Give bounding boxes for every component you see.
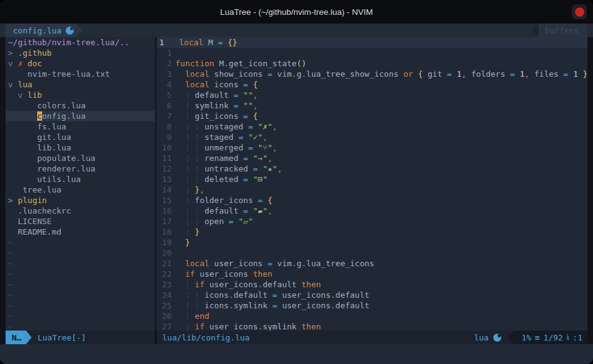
- powerline-arrow-icon: [76, 24, 82, 37]
- line-number: 12: [157, 163, 175, 174]
- line-number: 1: [157, 37, 179, 48]
- line-number: 8: [157, 121, 175, 132]
- app-window: LuaTree - (~/github/nvim-tree.lua) - NVI…: [0, 0, 593, 364]
- empty-line: ~: [6, 290, 155, 300]
- tabline: config.lua buffers: [0, 24, 593, 37]
- line-number: 21: [157, 258, 175, 269]
- line-number: 16: [157, 206, 175, 216]
- close-button[interactable]: [572, 4, 587, 19]
- tree-item-github[interactable]: > .github: [6, 48, 155, 58]
- empty-line: ~: [6, 269, 155, 279]
- line-number: 20: [157, 248, 175, 258]
- code-line[interactable]: 3 local show_icons = vim.g.lua_tree_show…: [157, 69, 587, 79]
- file-tree: ~/github/nvim-tree.lua/..> .githubv ✗ do…: [6, 37, 155, 331]
- statusline: N… LuaTree[-] lua/lib/config.lua lua 1% …: [0, 331, 593, 344]
- line-number: 24: [157, 290, 175, 300]
- code-line[interactable]: 13 ¦ ¦ deleted = "⊟": [157, 174, 587, 184]
- window-title: LuaTree - (~/github/nvim-tree.lua) - NVI…: [220, 7, 373, 17]
- powerline-arrow-icon: [26, 331, 32, 344]
- code-line[interactable]: 15 ¦ folder_icons = {: [157, 195, 587, 206]
- code-line[interactable]: 5 ¦ default = "",: [157, 90, 587, 100]
- line-number: 3: [157, 69, 175, 79]
- tree-item-doc[interactable]: v ✗ doc: [6, 58, 155, 69]
- command-line: [0, 344, 593, 364]
- code-line[interactable]: 17 ¦ ¦ open = "▱": [157, 216, 587, 227]
- tree-item-lua[interactable]: v lua: [6, 79, 155, 90]
- code-line[interactable]: 22 if user_icons then: [157, 269, 587, 279]
- buffers-label[interactable]: buffers: [538, 24, 587, 37]
- tree-item-renderer-lua[interactable]: renderer.lua: [6, 163, 155, 174]
- line-number: 22: [157, 269, 175, 279]
- titlebar: LuaTree - (~/github/nvim-tree.lua) - NVI…: [0, 0, 593, 24]
- statusline-tree: N… LuaTree[-]: [6, 331, 155, 344]
- tree-item-lib-lua[interactable]: lib.lua: [6, 142, 155, 153]
- code-line[interactable]: 6 ¦ symlink = "",: [157, 100, 587, 111]
- mode-indicator: N…: [6, 331, 26, 344]
- tree-item-readme-md[interactable]: README.md: [6, 227, 155, 237]
- code-line[interactable]: 2function M.get_icon_state(): [157, 58, 587, 69]
- tree-root-path[interactable]: ~/github/nvim-tree.lua/..: [6, 37, 155, 48]
- line-number: 1: [157, 48, 175, 58]
- tree-status-label: LuaTree[-]: [32, 331, 86, 344]
- tree-item-populate-lua[interactable]: populate.lua: [6, 153, 155, 163]
- code-line[interactable]: 10 ¦ ¦ unmerged = "⑂",: [157, 142, 587, 153]
- code-line[interactable]: 26 ¦ end: [157, 311, 587, 321]
- empty-line: ~: [6, 237, 155, 248]
- line-number: 25: [157, 300, 175, 311]
- code-line[interactable]: 4 local icons = {: [157, 79, 587, 90]
- line-number: 7: [157, 111, 175, 121]
- code-line[interactable]: 25 ¦ ¦ icons.symlink = user_icons.defaul…: [157, 300, 587, 311]
- line-number: 14: [157, 184, 175, 195]
- empty-line: ~: [6, 311, 155, 321]
- line-number: 6: [157, 100, 175, 111]
- code-line[interactable]: 23 ¦ if user_icons.default then: [157, 279, 587, 290]
- line-number: 10: [157, 142, 175, 153]
- code-line[interactable]: 27 ¦ if user_icons.symlink then: [157, 321, 587, 331]
- tree-item-plugin[interactable]: > plugin: [6, 195, 155, 206]
- code-line[interactable]: 9 ¦ ¦ staged = "✓",: [157, 132, 587, 142]
- lua-icon: [66, 27, 74, 35]
- line-number: 17: [157, 216, 175, 227]
- code-line[interactable]: 14 ¦ },: [157, 184, 587, 195]
- code-line[interactable]: 16 ¦ ¦ default = "▰",: [157, 206, 587, 216]
- code-line[interactable]: 8 ¦ ¦ unstaged = "✗",: [157, 121, 587, 132]
- lines-icon: ≡: [535, 333, 540, 342]
- powerline-arrow-icon: [507, 331, 514, 344]
- code-line[interactable]: 1: [157, 48, 587, 58]
- tree-item-fs-lua[interactable]: fs.lua: [6, 121, 155, 132]
- tree-item-luacheckrc[interactable]: .luacheckrc: [6, 206, 155, 216]
- line-number-icon: LN: [566, 334, 569, 341]
- code-line[interactable]: 20: [157, 248, 587, 258]
- code-line[interactable]: 11 ¦ ¦ renamed = "→",: [157, 153, 587, 163]
- status-scroll-percent: 1%: [522, 333, 532, 342]
- statusline-editor: lua/lib/config.lua lua 1% ≡ 1/92 LN :1: [157, 331, 587, 344]
- line-number: 26: [157, 311, 175, 321]
- lua-icon: [493, 334, 501, 342]
- tab-config-lua[interactable]: config.lua: [6, 24, 76, 37]
- code-line[interactable]: 18 ¦ }: [157, 227, 587, 237]
- code-line[interactable]: 1local M = {}: [157, 37, 587, 48]
- close-icon: [575, 7, 584, 17]
- tree-item-tree-lua[interactable]: tree.lua: [6, 184, 155, 195]
- tree-item-colors-lua[interactable]: colors.lua: [6, 100, 155, 111]
- tree-item-config-lua[interactable]: config.lua: [6, 111, 155, 121]
- powerline-arrow-icon: [532, 24, 538, 37]
- tree-item-utils-lua[interactable]: utils.lua: [6, 174, 155, 184]
- code-line[interactable]: 12 ¦ ¦ untracked = "★",: [157, 163, 587, 174]
- tree-item-git-lua[interactable]: git.lua: [6, 132, 155, 142]
- code-line[interactable]: 21 local user_icons = vim.g.lua_tree_ico…: [157, 258, 587, 269]
- tree-item-nvim-tree-lua-txt[interactable]: nvim-tree-lua.txt: [6, 69, 155, 79]
- status-filepath: lua/lib/config.lua: [157, 331, 250, 344]
- line-number: 18: [157, 227, 175, 237]
- tree-item-license[interactable]: LICENSE: [6, 216, 155, 227]
- code-line[interactable]: 24 ¦ ¦ icons.default = user_icons.defaul…: [157, 290, 587, 300]
- line-number: 19: [157, 237, 175, 248]
- empty-line: ~: [6, 258, 155, 269]
- empty-line: ~: [6, 279, 155, 290]
- tree-item-lib[interactable]: v lib: [6, 90, 155, 100]
- editor: 1local M = {}12function M.get_icon_state…: [157, 37, 587, 331]
- line-number: 13: [157, 174, 175, 184]
- code-line[interactable]: 7 ¦ git_icons = {: [157, 111, 587, 121]
- line-number: 27: [157, 321, 175, 331]
- code-line[interactable]: 19 }: [157, 237, 587, 248]
